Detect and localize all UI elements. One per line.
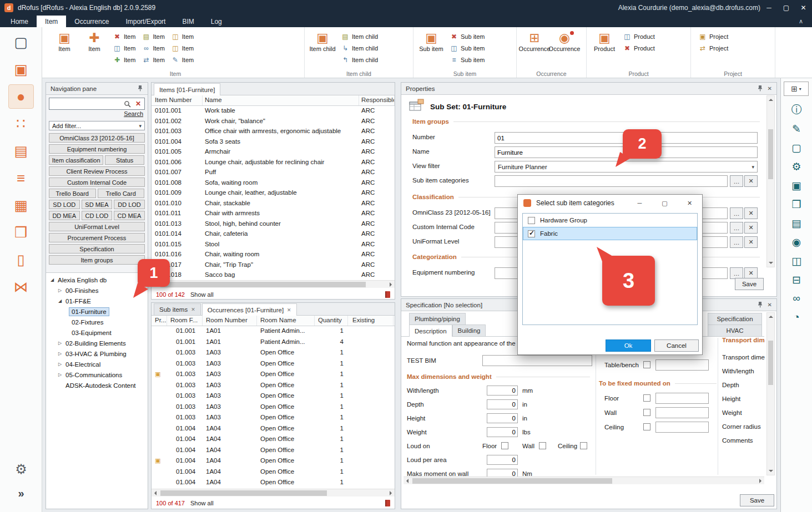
close-button[interactable]: ✕	[795, 0, 812, 16]
dimension-input[interactable]	[487, 386, 518, 396]
occurrence-row[interactable]: ▣ 01.003 1A03 Open Office 1	[152, 369, 395, 381]
loud-floor-checkbox[interactable]	[501, 442, 508, 449]
settings-button[interactable]: ⚙	[8, 457, 34, 481]
occurrences-tab[interactable]: Sub items ✕	[154, 303, 201, 315]
browse-button[interactable]: …	[730, 207, 743, 219]
tree-expand-icon[interactable]: ▷	[57, 288, 63, 293]
tool-button[interactable]: ◔	[788, 308, 805, 327]
occurrence-row[interactable]: ▣ 01.004 1A04 Open Office 1	[152, 424, 395, 435]
item-row[interactable]: 0101.010 Chair, stackable ARC	[152, 199, 395, 209]
save-button[interactable]: Save	[740, 494, 774, 506]
mounted-checkbox[interactable]	[643, 423, 650, 430]
item-row[interactable]: 0101.007 Puff ARC	[152, 168, 395, 178]
tree-expand-icon[interactable]: ▷	[57, 351, 63, 356]
item-row[interactable]: 0101.003 Office chair with armrests, erg…	[152, 126, 395, 137]
menu-tab[interactable]: Import/Export	[117, 16, 174, 27]
scroll-up-button[interactable]	[767, 96, 774, 104]
clear-button[interactable]: ✕	[744, 175, 758, 187]
browse-button[interactable]: …	[730, 267, 743, 279]
ribbon-small-button[interactable]: ✖ Item	[113, 33, 135, 40]
ribbon-big-button[interactable]: ⊞ Occurrence	[520, 30, 549, 53]
cancel-button[interactable]: Cancel	[654, 339, 699, 352]
tree-item[interactable]: 03-Equipment	[46, 327, 148, 338]
occurrence-row[interactable]: ▣ 01.004 1A04 Open Office 1	[152, 467, 395, 478]
tool-button[interactable]: ◫	[788, 251, 805, 270]
filter-button[interactable]: CD LOD	[82, 211, 113, 220]
tool-button[interactable]: ⊟	[788, 270, 805, 289]
tool-button[interactable]: ▣	[788, 176, 805, 195]
ribbon-small-button[interactable]: ↰ Item child	[341, 56, 378, 64]
ribbon-big-button[interactable]: ▣ Item child	[308, 30, 337, 53]
item-row[interactable]: 0101.006 Lounge chair, adjustable for re…	[152, 158, 395, 168]
ok-button[interactable]: Ok	[606, 339, 651, 352]
category-list-item[interactable]: Fabric	[523, 227, 697, 240]
item-row[interactable]: 0101.016 Chair, waiting room ARC	[152, 250, 395, 260]
filter-button[interactable]: Procurement Process	[49, 233, 145, 242]
table-bench-checkbox[interactable]	[643, 361, 650, 368]
scroll-left-button[interactable]	[152, 489, 159, 496]
tree-item[interactable]: ▷ 05-Communications	[46, 369, 148, 380]
scroll-right-button[interactable]	[387, 281, 395, 288]
close-tab-icon[interactable]: ✕	[287, 307, 291, 313]
filter-button[interactable]: OmniClass 23 [2012-05-16]	[49, 133, 145, 143]
ribbon-small-button[interactable]: ◫ Item	[172, 44, 194, 52]
sidebar-module-button[interactable]: ∷	[8, 111, 34, 136]
mounted-checkbox[interactable]	[643, 409, 650, 416]
scrollbar-thumb[interactable]	[412, 478, 612, 484]
tool-button[interactable]: ⓘ	[788, 100, 805, 119]
ribbon-small-button[interactable]: ∞ Item	[142, 44, 164, 52]
tree-item[interactable]: ◢ 01-FF&E	[46, 296, 148, 306]
item-row[interactable]: 0101.008 Sofa, waiting room ARC	[152, 178, 395, 189]
filter-button[interactable]: DD MEA	[49, 211, 80, 220]
spec-tab[interactable]: Plumbing/piping	[409, 313, 466, 325]
mounted-input[interactable]	[655, 407, 709, 418]
ribbon-small-button[interactable]: ✚ Item	[113, 56, 135, 64]
pin-icon[interactable]	[137, 84, 143, 94]
category-checkbox[interactable]	[528, 217, 535, 224]
scroll-right-button[interactable]	[387, 489, 395, 496]
browse-button[interactable]: …	[730, 222, 743, 234]
filter-button[interactable]: UniFormat Level	[49, 222, 145, 231]
tool-button[interactable]: ⚙	[788, 157, 805, 176]
mounted-checkbox[interactable]	[643, 394, 650, 402]
add-filter-dropdown[interactable]: Add filter... ▾	[49, 121, 145, 130]
loud-wall-checkbox[interactable]	[539, 442, 546, 449]
category-checkbox[interactable]	[528, 230, 535, 237]
clear-button[interactable]: ✕	[744, 267, 758, 279]
menu-tab[interactable]: Home	[2, 16, 37, 27]
browse-button[interactable]: …	[730, 236, 743, 248]
close-tab-icon[interactable]: ✕	[191, 307, 195, 312]
tree-item[interactable]: 01-Furniture	[46, 306, 148, 317]
expand-sidebar-button[interactable]: »	[8, 481, 34, 505]
sidebar-module-button[interactable]: ≡	[8, 166, 34, 190]
sidebar-module-button[interactable]: ❒	[8, 220, 34, 245]
spec-tab[interactable]: Description	[409, 325, 452, 337]
tree-expand-icon[interactable]: ▷	[57, 362, 63, 367]
filter-button[interactable]: Item classification	[49, 155, 103, 165]
sidebar-module-button[interactable]: ▦	[8, 193, 34, 217]
menu-tab[interactable]: Log	[203, 16, 230, 27]
column-header[interactable]: Room F...	[168, 316, 203, 326]
save-button[interactable]: Save	[735, 278, 764, 290]
view-filter-select[interactable]: Furniture Planner ▾	[495, 161, 758, 173]
sidebar-module-button[interactable]: ⋈	[8, 275, 34, 299]
item-row[interactable]: 0101.014 Chair, cafeteria ARC	[152, 229, 395, 240]
column-header[interactable]: Pr...	[153, 316, 167, 326]
tree-item[interactable]: ▷ 03-HVAC & Plumbing	[46, 348, 148, 359]
minimize-button[interactable]: ─	[760, 0, 778, 16]
ribbon-small-button[interactable]: ▤ Item	[142, 33, 164, 40]
scroll-down-button[interactable]	[767, 467, 774, 475]
mounted-input[interactable]	[655, 422, 709, 433]
spec-tab[interactable]: Specification	[708, 313, 762, 325]
ribbon-small-button[interactable]: ▤ Item child	[341, 33, 378, 40]
tree-expand-icon[interactable]: ▷	[57, 341, 63, 346]
item-row[interactable]: 0101.001 Work table ARC	[152, 106, 395, 116]
ribbon-small-button[interactable]: ⇄ Item	[142, 56, 164, 64]
ribbon-small-button[interactable]: ◫ Sub item	[450, 44, 485, 52]
occurrence-row[interactable]: ▣ 01.004 1A04 Open Office 1	[152, 434, 395, 445]
close-panel-icon[interactable]: ✕	[768, 302, 772, 308]
sidebar-module-button[interactable]: ●	[8, 84, 34, 109]
search-icon[interactable]	[124, 100, 131, 108]
menu-tab[interactable]: BIM	[174, 16, 202, 27]
spec-tab[interactable]: HVAC	[708, 325, 762, 336]
